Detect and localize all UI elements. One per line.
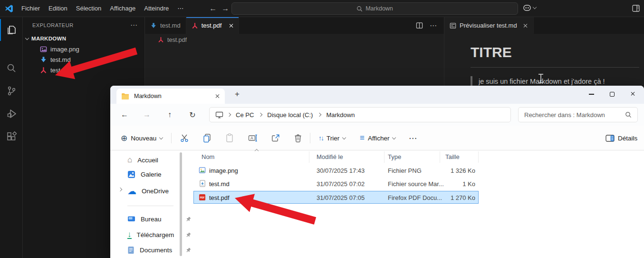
activity-source-control-button[interactable] <box>0 80 23 102</box>
activity-extensions-button[interactable] <box>0 126 23 148</box>
column-header-type[interactable]: Type <box>388 153 401 160</box>
nav-item-documents[interactable]: Documents <box>127 246 172 254</box>
new-button[interactable]: ⊕ Nouveau <box>121 126 163 150</box>
nav-item-telechargements[interactable]: ↓ Téléchargem <box>127 231 174 239</box>
tab-label: Prévisualiser test.md <box>460 22 517 29</box>
view-button[interactable]: ≡ Afficher <box>360 126 395 150</box>
maximize-icon <box>610 92 615 97</box>
tab-label: test.pdf <box>202 22 222 29</box>
vscode-activity-bar <box>0 17 23 258</box>
pin-icon <box>185 232 191 238</box>
column-header-modifie[interactable]: Modifié le <box>317 153 343 160</box>
sort-button[interactable]: ↑↓ Trier <box>318 126 346 150</box>
nav-scrollbar[interactable] <box>180 152 182 256</box>
tree-item-test-pdf[interactable]: test.pdf <box>23 65 144 75</box>
details-button[interactable]: Détails <box>606 126 637 150</box>
column-divider[interactable] <box>478 151 479 163</box>
menu-edition[interactable]: Edition <box>44 0 72 17</box>
chevron-down-icon <box>533 5 537 9</box>
activity-explorer-button[interactable] <box>0 19 23 41</box>
details-pane-icon <box>606 135 615 142</box>
menu-fichier[interactable]: Fichier <box>17 0 44 17</box>
markdown-preview-icon <box>450 22 456 29</box>
activity-run-debug-button[interactable] <box>0 103 23 125</box>
column-divider[interactable] <box>309 151 309 163</box>
svg-text:A: A <box>250 136 253 140</box>
nav-item-onedrive[interactable]: ☁ OneDrive <box>127 186 169 197</box>
file-explorer-window: Markdown + ← → ↑ ↻ Ce PC Disque local (C… <box>110 86 644 258</box>
explorer-address-bar: ← → ↑ ↻ Ce PC Disque local (C:) Markdown… <box>110 104 644 126</box>
search-icon <box>356 6 363 12</box>
home-icon: ⌂ <box>127 155 132 165</box>
share-button[interactable] <box>271 126 280 150</box>
nav-back-icon[interactable]: ← <box>118 108 131 121</box>
breadcrumb-disque-local[interactable]: Disque local (C:) <box>264 111 316 119</box>
menu-atteindre[interactable]: Atteindre <box>140 0 173 17</box>
folder-section-markdown[interactable]: MARKDOWN <box>23 33 144 44</box>
column-header-taille[interactable]: Taille <box>445 153 460 160</box>
search-placeholder: Rechercher dans : Markdown <box>524 111 605 119</box>
split-editor-icon[interactable] <box>416 22 423 29</box>
history-back-icon[interactable]: ← <box>207 4 219 13</box>
menu-affichage[interactable]: Affichage <box>106 0 140 17</box>
tab-preview-test-md[interactable]: Prévisualiser test.md <box>444 17 534 34</box>
pin-icon <box>185 217 191 222</box>
copilot-button[interactable] <box>523 4 536 11</box>
nav-separator <box>127 206 173 206</box>
copy-button[interactable] <box>202 126 211 150</box>
tab-label: test.md <box>160 22 181 29</box>
onedrive-cloud-icon: ☁ <box>127 186 136 197</box>
refresh-icon[interactable]: ↻ <box>186 108 199 121</box>
nav-item-galerie[interactable]: Galerie <box>127 170 162 179</box>
menu-selection[interactable]: Sélection <box>72 0 106 17</box>
image-file-icon <box>40 46 47 53</box>
cut-button[interactable] <box>180 126 189 150</box>
editor-breadcrumb[interactable]: test.pdf <box>145 34 444 46</box>
column-divider[interactable] <box>440 151 440 163</box>
chevron-right-icon <box>317 113 321 117</box>
explorer-search-input[interactable]: Rechercher dans : Markdown <box>518 107 638 122</box>
chevron-right-icon[interactable] <box>118 188 122 191</box>
tab-test-pdf[interactable]: test.pdf <box>186 17 240 34</box>
trash-icon <box>294 133 302 143</box>
close-button[interactable] <box>623 86 644 103</box>
history-forward-icon[interactable]: → <box>219 4 231 13</box>
sort-label: Trier <box>327 135 339 142</box>
search-icon <box>6 63 17 73</box>
paste-button[interactable] <box>225 126 234 150</box>
tree-item-test-md[interactable]: test.md <box>23 54 144 65</box>
nav-item-bureau[interactable]: Bureau <box>127 216 162 223</box>
delete-button[interactable] <box>294 126 302 150</box>
markdown-preview-content: TITRE je suis un fichier Markdown et j'a… <box>444 34 644 87</box>
tab-test-md[interactable]: test.md <box>145 17 186 34</box>
toolbar-more-button[interactable]: ⋯ <box>409 126 417 150</box>
nav-item-accueil[interactable]: ⌂ Accueil <box>127 155 158 165</box>
tree-item-image-png[interactable]: image.png <box>23 44 144 54</box>
tab-label: Markdown <box>134 93 211 99</box>
close-icon[interactable] <box>229 23 233 28</box>
explorer-tab-markdown[interactable]: Markdown <box>116 89 225 104</box>
new-tab-button[interactable]: + <box>235 89 240 99</box>
layout-panel-icon[interactable] <box>632 5 640 12</box>
activity-search-button[interactable] <box>0 57 23 79</box>
chevron-down-icon <box>159 135 163 139</box>
rename-button[interactable]: A <box>248 126 258 150</box>
nav-up-icon[interactable]: ↑ <box>163 108 176 121</box>
column-header-nom[interactable]: Nom <box>202 153 214 160</box>
explorer-more-icon[interactable]: ⋯ <box>130 21 138 30</box>
maximize-button[interactable] <box>602 86 623 103</box>
nav-forward-icon[interactable]: → <box>140 108 154 121</box>
column-divider[interactable] <box>384 151 384 163</box>
breadcrumb-markdown[interactable]: Markdown <box>323 111 357 119</box>
nav-label: Galerie <box>141 171 162 178</box>
address-breadcrumb-field[interactable]: Ce PC Disque local (C:) Markdown <box>209 107 511 122</box>
vscode-logo-icon <box>5 4 13 13</box>
close-icon[interactable] <box>523 23 528 28</box>
close-icon[interactable] <box>215 94 220 99</box>
editor-more-icon[interactable]: ⋯ <box>430 21 437 30</box>
breadcrumb-ce-pc[interactable]: Ce PC <box>233 111 257 119</box>
menu-more[interactable]: ⋯ <box>173 0 188 17</box>
tree-item-label: test.pdf <box>50 67 71 74</box>
command-search-box[interactable]: Markdown <box>231 2 518 15</box>
minimize-button[interactable] <box>581 86 602 103</box>
